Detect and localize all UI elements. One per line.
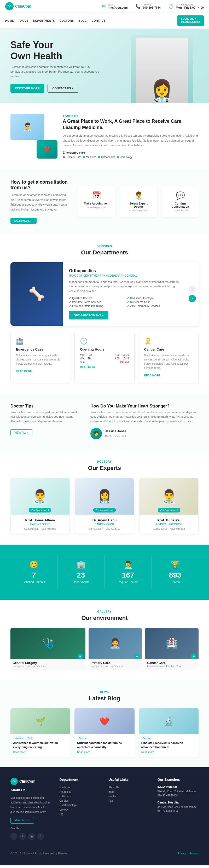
logo[interactable]: CC CliniCom <box>5 2 31 10</box>
doctor-1-info: Prof. Jones Alhem CARDIOLOGIST Consultat… <box>11 515 69 534</box>
email-info: ✉ EMAIL info@you.com <box>102 3 127 9</box>
nav-doctors[interactable]: Doctors <box>60 19 74 22</box>
privacy-link[interactable]: Privacy <box>178 852 186 855</box>
gallery-surgery: 🩺 General Surgery Comprehensive Cardiac … <box>10 628 85 670</box>
surgery-title: General Surgery <box>12 661 83 665</box>
heart-heading: How Do You Make Your Heart Stronger? <box>90 404 199 408</box>
step-confirm-title: Confirm Consultation <box>166 202 195 208</box>
nav-contact[interactable]: Contact <box>91 19 105 22</box>
doctor-2-specialty: CARDIOLOGIST <box>79 523 130 526</box>
hours-row-3: Sun Closed <box>80 361 129 364</box>
doctor-2-badge[interactable]: Get Appointment <box>93 508 116 513</box>
footer-bottom-links: Privacy Support <box>178 852 199 855</box>
branch-2-name: Central Hospital <box>157 801 199 804</box>
footer-about-heading: About Us <box>10 788 52 792</box>
instagram-icon[interactable]: in <box>28 833 35 840</box>
step-doctor: 👨‍⚕️ Select Expert Doctor Choose special… <box>120 186 157 217</box>
phone-info: 📞 PHONE 700-295-7654 <box>136 3 161 9</box>
about-section: 👨‍⚕️ ❤️ ABOUT US A Great Place to Work, … <box>0 103 209 169</box>
primary-caption: Primary Care Comprehensive Cardiac Care <box>89 659 142 670</box>
footer-useful-heading: Useful Links <box>109 778 150 781</box>
footer-link-cardiac[interactable]: Cardiac <box>60 799 101 803</box>
emergency-read-more[interactable]: READ MORE <box>16 370 32 373</box>
footer-link-faq[interactable]: Faq <box>109 799 150 803</box>
footer-link-neurology[interactable]: Neurology <box>60 789 101 794</box>
author-title: HEART DOCTOR <box>105 434 126 437</box>
dept-prev-button[interactable]: ‹ <box>189 285 196 293</box>
tag-primary-care: Primary Care <box>63 156 81 159</box>
served-number: 893 <box>157 571 193 579</box>
doctor-2-name: Dr. Anem Habu <box>79 518 130 522</box>
hero-buttons: DISCOVER MORE CONTACT US + <box>10 84 199 93</box>
how-text: How to get a consultation from us? Lorem… <box>10 180 70 224</box>
footer-link-hig[interactable]: Hig <box>60 812 101 816</box>
footer-link-urology[interactable]: Urology <box>60 807 101 812</box>
dept-next-button[interactable]: › <box>189 295 196 302</box>
footer-bottom: © 2021 Clinicom. All Rights Reserved by … <box>10 848 199 855</box>
cancer-gallery-title: Cancer Care <box>147 661 197 665</box>
cancer-read-more[interactable]: READ MORE <box>144 374 160 377</box>
footer-link-about[interactable]: About Us <box>109 785 150 789</box>
dept-image: 🦴 <box>10 262 63 326</box>
hours-read-more[interactable]: READ MORE <box>80 366 96 369</box>
stat-doctors: 👨‍⚕️ 167 Regular Doctors <box>105 555 152 589</box>
gallery-section: GALLERY Our environment 🩺 General Surger… <box>0 600 209 680</box>
about-main-image: 👨‍⚕️ <box>10 114 44 140</box>
footer: CC CliniCom About Us Maecenas facilisi d… <box>0 767 209 865</box>
footer-branches-heading: Our Branches <box>157 778 199 781</box>
footer-logo: CC CliniCom <box>10 778 52 785</box>
view-all-button[interactable]: VIEW ALL + <box>10 429 32 436</box>
facebook-icon[interactable]: f <box>10 833 17 840</box>
linkedin-icon[interactable]: li <box>37 833 44 840</box>
cancer-gallery-caption: Cancer Care Comprehensive Cardiac Care <box>145 659 199 670</box>
emergency-label: EMERGENCY <box>181 18 200 20</box>
phone-label: PHONE <box>143 3 161 6</box>
served-icon: 🏆 <box>157 560 193 569</box>
gallery-tag: GALLERY <box>10 610 199 613</box>
support-link[interactable]: Support <box>189 852 199 855</box>
about-tag: ABOUT US <box>63 115 78 118</box>
blog-2-readmore[interactable]: Read more <box>77 751 132 753</box>
footer-link-orthopedic[interactable]: Orthopedic <box>60 794 101 799</box>
doctor-3-badge[interactable]: Get Appointment <box>157 508 180 513</box>
doctor-card-3: 👨‍⚕️ Get Appointment Prof. Buba Pal MEDI… <box>139 478 199 534</box>
doctor-3-info: Prof. Buba Pal MEDICAL PRODUCE Consultat… <box>140 515 198 534</box>
footer-brand-name: CliniCom <box>19 779 35 783</box>
hero-headline: Safe Your Own Health <box>10 39 199 62</box>
footer-link-blog[interactable]: Blog <box>109 789 150 794</box>
step-confirm: 💬 Confirm Consultation Get confirmed <box>162 186 199 217</box>
feature-item: Easy and Affordable Billing <box>69 305 122 307</box>
contact-button[interactable]: CONTACT US + <box>48 84 79 93</box>
dept-features: Qualified Doctors Radiation Oncology Pai… <box>69 297 180 307</box>
doctor-2-info: Dr. Anem Habu CARDIOLOGIST Consultation … <box>75 515 134 534</box>
discover-button[interactable]: DISCOVER MORE <box>10 84 44 93</box>
doctor-1-badge[interactable]: Get Appointment <box>29 508 52 513</box>
doctor-1-image: 👨‍⚕️ Get Appointment <box>11 478 69 515</box>
get-appointment-button[interactable]: GET APPOINTMENT + <box>69 311 109 319</box>
footer-link-medicine[interactable]: Medicine <box>60 785 101 789</box>
footer-link-ophthalmology[interactable]: Ophthalmology <box>60 803 101 807</box>
nav-blog[interactable]: Blog <box>78 19 87 22</box>
hours-row-2: Wed - Thu 9:00 – 10:45 <box>80 357 129 360</box>
surgery-add-button[interactable]: + <box>78 654 83 659</box>
nav-pages[interactable]: Pages <box>19 19 28 22</box>
footer-get-us: Get Us: <box>10 827 52 830</box>
nav-departments[interactable]: Departments <box>33 19 55 22</box>
twitter-icon[interactable]: t <box>19 833 26 840</box>
dept-label: Departments <box>72 581 89 584</box>
hero-description: Preference entreaties compliment motionl… <box>10 65 99 79</box>
blog-3-readmore[interactable]: Read more <box>141 751 196 753</box>
info-cards: 🏥 Emergency Case Nulla in accumsan de ex… <box>10 332 199 383</box>
primary-subtitle: Comprehensive Cardiac Care <box>91 665 140 668</box>
footer-read-more-button[interactable]: READ MORE <box>10 817 34 824</box>
doctors-section: DOCTORS Our Experts 👨‍⚕️ Get Appointment… <box>0 450 209 545</box>
tips-heading: Doctor Tips <box>10 404 83 408</box>
footer-link-contact[interactable]: Contact <box>109 794 150 799</box>
doctor-3-specialty: MEDICAL PRODUCE <box>143 523 195 526</box>
blog-1-readmore[interactable]: Read more <box>13 751 68 753</box>
emergency-card-icon: 🏥 <box>16 338 65 345</box>
nav-home[interactable]: Home <box>5 19 14 22</box>
dept-showcase: 🦴 Orthopaedics RANGE OF DEPARTMENT PHYSI… <box>10 262 199 326</box>
hours-info: 🕐 OFFICE HOURS Mon - Fri: 8:00 - 4:00 <box>169 3 204 9</box>
call-button[interactable]: CALL PHONE + <box>10 218 36 224</box>
